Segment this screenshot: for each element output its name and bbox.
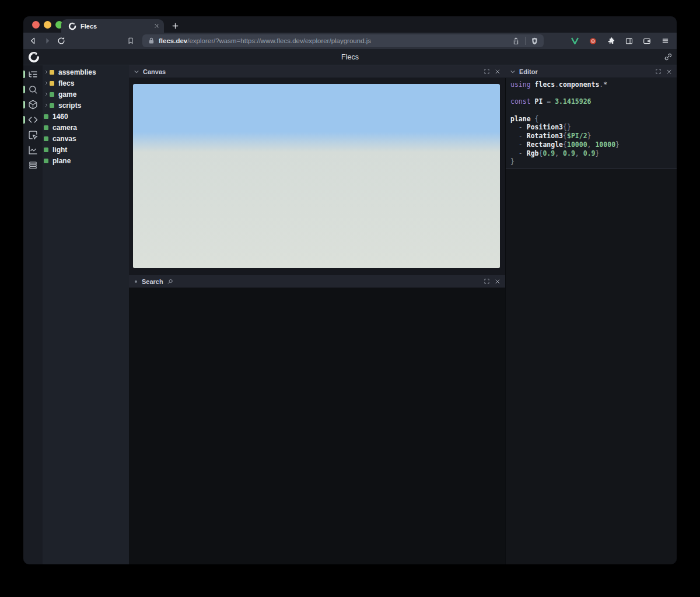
browser-tab[interactable]: Flecs	[61, 19, 164, 33]
sidebar-item-entity-tree[interactable]	[23, 66, 43, 82]
close-window-button[interactable]	[32, 21, 40, 29]
extensions-menu-button[interactable]	[604, 34, 618, 48]
active-indicator	[23, 101, 25, 108]
close-panel-icon[interactable]	[495, 279, 501, 285]
browser-menu-button[interactable]	[658, 34, 672, 48]
inspect-cursor-icon	[28, 130, 38, 140]
tab-bar: Flecs	[23, 16, 677, 33]
left-icon-sidebar	[23, 65, 43, 564]
wallet-icon	[642, 37, 652, 45]
forward-button[interactable]	[40, 34, 54, 48]
tree-item-game[interactable]: game	[43, 89, 129, 100]
code-line: const PI = 3.1415926	[510, 97, 672, 106]
tree-item-label: scripts	[58, 101, 81, 110]
code-line: - Position3{}	[510, 123, 672, 132]
tree-item-plane[interactable]: plane	[43, 155, 129, 166]
active-indicator	[23, 71, 25, 78]
browser-toolbar: flecs.dev/explorer/?wasm=https://www.fle…	[23, 33, 677, 49]
tree-item-label: 1460	[52, 113, 68, 121]
sidebar-toggle-button[interactable]	[622, 34, 636, 48]
new-tab-button[interactable]	[168, 19, 182, 33]
tab-title: Flecs	[80, 23, 150, 30]
tree-item-label: assemblies	[58, 68, 96, 76]
sidebar-item-scene[interactable]	[23, 97, 43, 112]
editor-panel-title: Editor	[519, 68, 538, 75]
flecs-favicon-icon	[68, 22, 76, 30]
entity-color-square	[50, 81, 54, 86]
forward-arrow-icon	[43, 36, 52, 45]
bookmark-icon	[127, 37, 135, 45]
collapse-chevron-icon[interactable]	[510, 69, 516, 75]
sidebar-item-queries[interactable]	[23, 157, 43, 173]
rows-stack-icon	[28, 160, 38, 170]
expand-toggle[interactable]	[44, 103, 49, 108]
tree-item-scripts[interactable]: scripts	[43, 100, 129, 111]
code-editor[interactable]: using flecs.components.* const PI = 3.14…	[506, 78, 677, 169]
divider	[525, 37, 526, 45]
3d-scene-canvas[interactable]	[133, 84, 500, 268]
sidebar-icon	[625, 37, 634, 45]
vue-icon	[570, 37, 579, 45]
link-icon	[664, 52, 673, 61]
close-panel-icon[interactable]	[666, 69, 672, 75]
magnifier-icon	[167, 278, 174, 285]
entity-color-square	[44, 114, 48, 119]
code-icon	[28, 115, 38, 125]
tree-item-label: light	[52, 146, 67, 154]
expand-chevron-icon	[44, 103, 49, 108]
expand-toggle[interactable]	[44, 92, 49, 97]
reload-button[interactable]	[54, 34, 68, 48]
code-line: - Rgb{0.9, 0.9, 0.9}	[510, 149, 672, 158]
tree-item-label: game	[58, 90, 76, 99]
tree-item-canvas[interactable]: canvas	[43, 133, 129, 144]
sidebar-item-stats[interactable]	[23, 142, 43, 157]
entity-color-square	[50, 92, 54, 97]
collapse-chevron-icon[interactable]	[134, 69, 139, 75]
back-button[interactable]	[26, 34, 40, 48]
entity-color-square	[44, 159, 48, 163]
fullscreen-icon[interactable]	[655, 68, 662, 75]
editor-panel-header: Editor	[505, 65, 677, 78]
bookmark-button[interactable]	[124, 34, 138, 48]
canvas-panel-header: Canvas	[129, 65, 505, 78]
code-line: plane {	[510, 115, 672, 124]
expand-chevron-icon	[44, 92, 49, 97]
tree-item-1460[interactable]: 1460	[43, 111, 129, 122]
tree-item-flecs[interactable]: flecs	[43, 78, 129, 89]
close-panel-icon[interactable]	[495, 69, 501, 75]
url-path: /explorer/?wasm=https://www.flecs.dev/ex…	[187, 37, 371, 44]
share-icon[interactable]	[512, 37, 520, 45]
search-icon	[28, 85, 38, 94]
app-header: Flecs	[23, 49, 677, 65]
sidebar-item-search[interactable]	[23, 82, 43, 97]
tab-close-icon[interactable]	[154, 23, 159, 29]
expand-toggle[interactable]	[44, 80, 49, 86]
code-line	[510, 106, 672, 115]
fullscreen-icon[interactable]	[484, 278, 490, 285]
tree-item-assemblies[interactable]: assemblies	[43, 66, 129, 78]
tree-item-light[interactable]: light	[43, 144, 129, 155]
code-line	[510, 89, 672, 98]
collapsed-bullet-icon[interactable]	[135, 280, 137, 283]
vue-devtools-extension-button[interactable]	[568, 34, 582, 48]
wallet-button[interactable]	[640, 34, 654, 48]
url-domain: flecs.dev	[159, 37, 187, 44]
sidebar-item-inspect[interactable]	[23, 127, 43, 142]
brave-shield-icon[interactable]	[530, 37, 539, 45]
expand-chevron-icon	[44, 69, 49, 75]
search-panel-title: Search	[142, 278, 163, 285]
entity-color-square	[44, 125, 48, 130]
expand-toggle[interactable]	[44, 69, 49, 75]
minimize-window-button[interactable]	[44, 21, 51, 29]
share-link-button[interactable]	[664, 52, 673, 61]
address-bar[interactable]: flecs.dev/explorer/?wasm=https://www.fle…	[142, 34, 544, 47]
canvas-panel-title: Canvas	[143, 68, 166, 75]
fullscreen-icon[interactable]	[484, 68, 490, 75]
extension-button[interactable]	[586, 34, 600, 48]
code-line: - Rotation3{$PI/2}	[510, 132, 672, 141]
lock-icon	[148, 37, 155, 44]
sidebar-item-code[interactable]	[23, 112, 43, 127]
window-controls	[32, 21, 63, 29]
tree-item-camera[interactable]: camera	[43, 122, 129, 133]
code-line: - Rectangle{10000, 10000}	[510, 141, 672, 149]
